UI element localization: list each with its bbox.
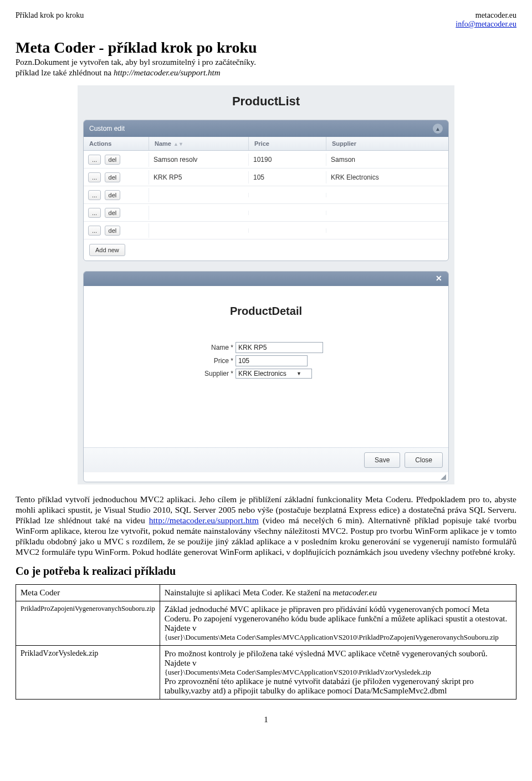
- price-field[interactable]: [236, 355, 308, 366]
- req-left: PrikladVzorVysledek.zip: [16, 646, 160, 700]
- cell-price: 105: [249, 171, 326, 183]
- intro-paragraph: Tento příklad vytvoří jednoduchou MVC2 a…: [16, 494, 516, 557]
- price-label: Price *: [195, 357, 236, 365]
- row-actions: ... del: [84, 170, 149, 185]
- row-del-button[interactable]: del: [105, 208, 121, 218]
- row-more-button[interactable]: ...: [88, 208, 101, 218]
- doc-site: metacoder.eu: [456, 11, 516, 20]
- req-left: PrikladProZapojeniVygenerovanychSouboru.…: [16, 601, 160, 646]
- name-label: Name *: [195, 344, 236, 351]
- row1-site: metacoder.eu: [332, 588, 377, 597]
- close-button[interactable]: Close: [405, 452, 443, 468]
- row-del-button[interactable]: del: [105, 190, 121, 200]
- table-row: ... del KRK RP5 105 KRK Electronics: [84, 169, 448, 186]
- save-button[interactable]: Save: [364, 452, 400, 468]
- productdetail-title: ProductDetail: [84, 305, 448, 318]
- row3-path: {user}\Documents\Meta Coder\Samples\MVCA…: [165, 668, 511, 677]
- panel-header-label: Custom edit: [89, 125, 125, 132]
- table-row: ... del: [84, 204, 448, 222]
- row-more-button[interactable]: ...: [88, 226, 101, 236]
- detail-header: ✕: [84, 272, 448, 286]
- req-right: Základ jednoduché MVC aplikace je připra…: [160, 601, 516, 646]
- resize-grip-icon[interactable]: ◢: [84, 472, 448, 482]
- form-row-supplier: Supplier * KRK Electronics ▼: [195, 369, 312, 379]
- cell-supplier: [326, 228, 448, 233]
- supplier-label: Supplier *: [195, 370, 236, 377]
- table-row: ... del: [84, 222, 448, 239]
- table-row: ... del: [84, 186, 448, 204]
- row-del-button[interactable]: del: [105, 155, 121, 165]
- video-link[interactable]: http://metacoder.eu/support.htm: [149, 515, 259, 525]
- req-right: Pro možnost kontroly je přiložena také v…: [160, 646, 516, 700]
- support-line: příklad lze také zhlédnout na http://met…: [16, 68, 516, 78]
- doc-email-link[interactable]: info@metacoder.eu: [456, 20, 516, 28]
- page-title: Meta Coder - příklad krok po kroku: [16, 39, 516, 57]
- cell-name: Samson resolv: [149, 154, 249, 166]
- table-row: Meta Coder Nainstalujte si aplikaci Meta…: [16, 585, 516, 601]
- form-row-price: Price *: [195, 355, 308, 366]
- supplier-value: KRK Electronics: [238, 370, 287, 377]
- table-row: ... del Samson resolv 10190 Samson: [84, 151, 448, 169]
- col-supplier-header[interactable]: Supplier: [326, 137, 448, 150]
- panel-header: Custom edit ▲: [84, 120, 448, 137]
- add-new-button[interactable]: Add new: [89, 244, 125, 256]
- cell-name: [149, 211, 249, 215]
- supplier-select[interactable]: KRK Electronics ▼: [236, 369, 312, 379]
- doc-header-left: Příklad krok po kroku: [16, 11, 84, 20]
- row-del-button[interactable]: del: [105, 226, 121, 236]
- section-heading: Co je potřeba k realizaci příkladu: [16, 565, 516, 578]
- row-actions: ... del: [84, 206, 149, 220]
- cell-name: [149, 193, 249, 197]
- row-actions: ... del: [84, 188, 149, 202]
- row3-text1: Pro možnost kontroly je přiložena také v…: [165, 649, 511, 668]
- form-row-name: Name *: [195, 342, 323, 353]
- cell-supplier: KRK Electronics: [326, 171, 448, 183]
- table-row: PrikladProZapojeniVygenerovanychSouboru.…: [16, 601, 516, 646]
- cell-price: [249, 193, 326, 197]
- grid-header: Actions Name▲▼ Price Supplier: [84, 137, 448, 151]
- cell-price: 10190: [249, 154, 326, 166]
- row-del-button[interactable]: del: [105, 172, 121, 182]
- page-subtitle: Pozn.Dokument je vytvořen tak, aby byl s…: [16, 58, 516, 67]
- productdetail-panel: ✕ ProductDetail Name * Price * Supplier …: [83, 271, 449, 482]
- col-actions-header: Actions: [84, 137, 149, 150]
- detail-form: Name * Price * Supplier * KRK Electronic…: [195, 342, 448, 381]
- detail-footer: Save Close: [84, 447, 448, 472]
- cell-name: [149, 228, 249, 233]
- cell-supplier: Samson: [326, 154, 448, 166]
- productlist-title: ProductList: [78, 94, 454, 109]
- page-number: 1: [16, 715, 516, 724]
- row-more-button[interactable]: ...: [88, 190, 101, 200]
- req-left: Meta Coder: [16, 585, 160, 601]
- cell-price: [249, 228, 326, 233]
- cell-price: [249, 211, 326, 215]
- support-prefix: příklad lze také zhlédnout na: [16, 68, 114, 77]
- name-field[interactable]: [236, 342, 323, 353]
- doc-header: Příklad krok po kroku metacoder.eu info@…: [16, 11, 516, 29]
- row-actions: ... del: [84, 223, 149, 238]
- row-more-button[interactable]: ...: [88, 172, 101, 182]
- row3-text2: Pro zprovoznění této aplikace je nutné v…: [165, 677, 511, 696]
- req-right: Nainstalujte si aplikaci Meta Coder. Ke …: [160, 585, 516, 601]
- col-name-header[interactable]: Name▲▼: [149, 137, 249, 150]
- col-price-header[interactable]: Price: [249, 137, 326, 150]
- table-row: PrikladVzorVysledek.zip Pro možnost kont…: [16, 646, 516, 700]
- support-url: http://metacoder.eu/support.htm: [114, 68, 220, 77]
- row2-path: {user}\Documents\Meta Coder\Samples\MVCA…: [165, 633, 511, 642]
- col-name-label: Name: [155, 140, 171, 147]
- add-new-row: Add new: [84, 239, 448, 261]
- row-more-button[interactable]: ...: [88, 155, 101, 165]
- requirements-table: Meta Coder Nainstalujte si aplikaci Meta…: [16, 584, 516, 700]
- app-screenshot: ProductList Custom edit ▲ Actions Name▲▼…: [78, 85, 454, 484]
- close-icon[interactable]: ✕: [434, 274, 444, 284]
- row1-text: Nainstalujte si aplikaci Meta Coder. Ke …: [165, 588, 333, 597]
- cell-name: KRK RP5: [149, 171, 249, 183]
- cell-supplier: [326, 193, 448, 197]
- row-actions: ... del: [84, 152, 149, 167]
- row2-text: Základ jednoduché MVC aplikace je připra…: [165, 605, 511, 633]
- chevron-down-icon: ▼: [296, 371, 301, 376]
- sort-icon: ▲▼: [173, 141, 183, 147]
- cell-supplier: [326, 211, 448, 215]
- collapse-icon[interactable]: ▲: [433, 124, 443, 134]
- productlist-panel: Custom edit ▲ Actions Name▲▼ Price Suppl…: [83, 120, 449, 261]
